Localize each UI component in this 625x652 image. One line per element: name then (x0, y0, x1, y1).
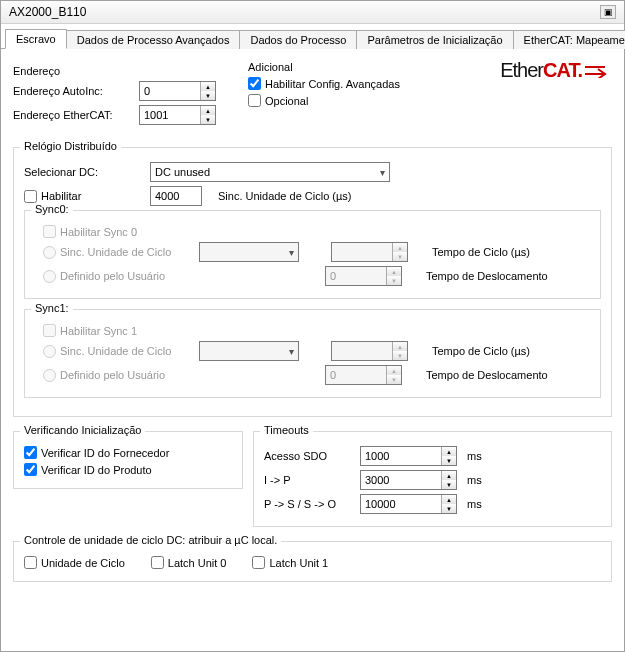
adv-config-checkbox[interactable]: Habilitar Config. Avançadas (248, 77, 400, 90)
titlebar: AX2000_B110 ▣ (1, 1, 624, 24)
spin-down-icon[interactable]: ▼ (442, 456, 456, 465)
sync0-shift-input: ▲▼ (325, 266, 402, 286)
group-adicional: Adicional Habilitar Config. Avançadas Op… (248, 57, 612, 115)
spin-up-icon[interactable]: ▲ (201, 82, 215, 91)
spin-up-icon[interactable]: ▲ (201, 106, 215, 115)
dc-enable-checkbox[interactable]: Habilitar (24, 190, 144, 203)
ethercat-addr-field[interactable] (140, 106, 200, 124)
dc-cycle-field[interactable] (151, 187, 201, 205)
sync1-enable-checkbox: Habilitar Sync 1 (43, 324, 137, 337)
latch0-label: Latch Unit 0 (168, 557, 227, 569)
ip-input[interactable]: ▲▼ (360, 470, 457, 490)
sync0-cycle-radio-label: Sinc. Unidade de Ciclo (60, 246, 171, 258)
ethercat-logo: EtherCAT. (500, 59, 608, 82)
sync1-cycle-radio-label: Sinc. Unidade de Ciclo (60, 345, 171, 357)
latch1-checkbox[interactable]: Latch Unit 1 (252, 556, 328, 569)
group-timeouts: Timeouts Acesso SDO ▲▼ ms I -> P ▲ (253, 431, 612, 527)
sync1-cycle-time-input: ▲▼ (331, 341, 408, 361)
panel: Endereço Endereço AutoInc: ▲▼ Endereço E… (1, 49, 624, 651)
group-dc-ctrl: Controle de unidade de ciclo DC: atribui… (13, 541, 612, 582)
autoinc-input[interactable]: ▲▼ (139, 81, 216, 101)
window: AX2000_B110 ▣ Escravo Dados de Processo … (0, 0, 625, 652)
sdo-field[interactable] (361, 447, 441, 465)
dc-select-label: Selecionar DC: (24, 166, 144, 178)
sync1-cycle-radio: Sinc. Unidade de Ciclo (43, 345, 193, 358)
sync0-cycle-select (199, 242, 299, 262)
dc-select[interactable]: DC unused (150, 162, 390, 182)
window-control-icon[interactable]: ▣ (600, 5, 616, 19)
optional-checkbox[interactable]: Opcional (248, 94, 308, 107)
autoinc-field[interactable] (140, 82, 200, 100)
sync0-cycle-time-input: ▲▼ (331, 242, 408, 262)
group-dc: Relógio Distribuído Selecionar DC: DC un… (13, 147, 612, 417)
sync0-cycle-time-label: Tempo de Ciclo (µs) (432, 246, 530, 258)
sync1-cycle-radio-input (43, 345, 56, 358)
cycle-unit-checkbox[interactable]: Unidade de Ciclo (24, 556, 125, 569)
latch1-check[interactable] (252, 556, 265, 569)
tab-parametros-init[interactable]: Parâmetros de Inicialização (356, 30, 513, 49)
logo-ether: Ether (500, 59, 543, 82)
product-checkbox[interactable]: Verificar ID do Produto (24, 463, 152, 476)
latch0-check[interactable] (151, 556, 164, 569)
spin-up-icon[interactable]: ▲ (442, 447, 456, 456)
dc-enable-label: Habilitar (41, 190, 81, 202)
sync0-enable-check (43, 225, 56, 238)
optional-check[interactable] (248, 94, 261, 107)
sdo-input[interactable]: ▲▼ (360, 446, 457, 466)
spin-down-icon[interactable]: ▼ (201, 91, 215, 100)
ethercat-addr-input[interactable]: ▲▼ (139, 105, 216, 125)
sync0-user-radio-label: Definido pelo Usuário (60, 270, 165, 282)
group-init: Verificando Inicialização Verificar ID d… (13, 431, 243, 489)
psso-field[interactable] (361, 495, 441, 513)
psso-unit: ms (467, 498, 482, 510)
latch1-label: Latch Unit 1 (269, 557, 328, 569)
dc-ctrl-legend: Controle de unidade de ciclo DC: atribui… (20, 534, 281, 546)
vendor-check[interactable] (24, 446, 37, 459)
sync1-user-radio: Definido pelo Usuário (43, 369, 193, 382)
group-sync1: Sync1: Habilitar Sync 1 Sinc. Unidade de… (24, 309, 601, 398)
ip-field[interactable] (361, 471, 441, 489)
sync1-cycle-time-label: Tempo de Ciclo (µs) (432, 345, 530, 357)
window-title: AX2000_B110 (9, 5, 86, 19)
spin-down-icon: ▼ (387, 276, 401, 285)
optional-label: Opcional (265, 95, 308, 107)
tab-ethercat-map[interactable]: EtherCAT: Mapeamento d (513, 30, 625, 49)
latch0-checkbox[interactable]: Latch Unit 0 (151, 556, 227, 569)
sync0-legend: Sync0: (31, 203, 73, 215)
endereco-legend: Endereço (13, 65, 60, 77)
adv-config-check[interactable] (248, 77, 261, 90)
vendor-checkbox[interactable]: Verificar ID do Fornecedor (24, 446, 169, 459)
spin-down-icon[interactable]: ▼ (442, 480, 456, 489)
tab-dados-processo[interactable]: Dados do Processo (239, 30, 357, 49)
sync0-user-radio: Definido pelo Usuário (43, 270, 193, 283)
spin-down-icon[interactable]: ▼ (201, 115, 215, 124)
sync0-enable-label: Habilitar Sync 0 (60, 226, 137, 238)
sdo-label: Acesso SDO (264, 450, 354, 462)
dc-cycle-input[interactable] (150, 186, 202, 206)
spin-up-icon[interactable]: ▲ (442, 471, 456, 480)
product-check[interactable] (24, 463, 37, 476)
sync0-enable-checkbox: Habilitar Sync 0 (43, 225, 137, 238)
logo-arrow-icon (584, 64, 608, 78)
sdo-unit: ms (467, 450, 482, 462)
sync1-cycle-select (199, 341, 299, 361)
adv-config-label: Habilitar Config. Avançadas (265, 78, 400, 90)
spin-down-icon[interactable]: ▼ (442, 504, 456, 513)
adicional-legend: Adicional (248, 61, 293, 73)
sync1-shift-field (326, 366, 386, 384)
sync0-shift-field (326, 267, 386, 285)
dc-cycle-unit: Sinc. Unidade de Ciclo (µs) (218, 190, 352, 202)
spin-up-icon: ▲ (387, 267, 401, 276)
sync1-shift-input: ▲▼ (325, 365, 402, 385)
spin-up-icon[interactable]: ▲ (442, 495, 456, 504)
sync0-cycle-time-field (332, 243, 392, 261)
autoinc-label: Endereço AutoInc: (13, 85, 133, 97)
tab-escravo[interactable]: Escravo (5, 29, 67, 49)
group-sync0: Sync0: Habilitar Sync 0 Sinc. Unidade de… (24, 210, 601, 299)
psso-input[interactable]: ▲▼ (360, 494, 457, 514)
dc-enable-check[interactable] (24, 190, 37, 203)
cycle-unit-check[interactable] (24, 556, 37, 569)
tab-dados-avancados[interactable]: Dados de Processo Avançados (66, 30, 241, 49)
sync1-shift-label: Tempo de Deslocamento (426, 369, 548, 381)
sync0-shift-label: Tempo de Deslocamento (426, 270, 548, 282)
